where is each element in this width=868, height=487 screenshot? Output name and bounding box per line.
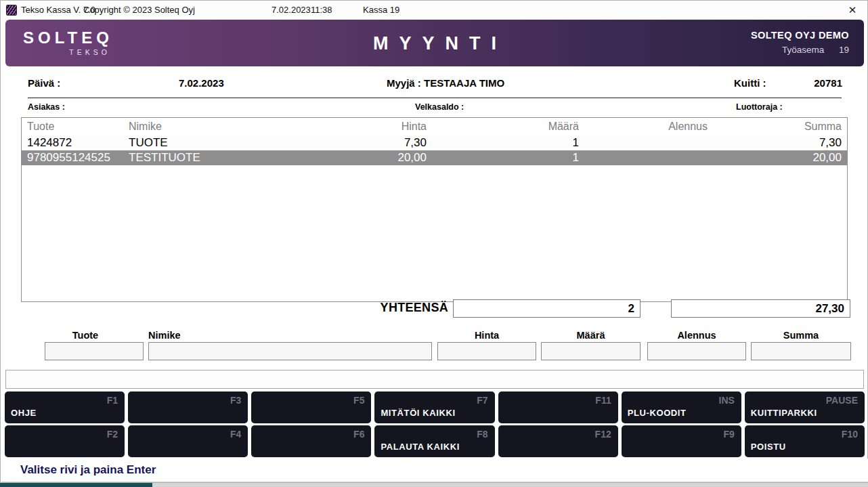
workstation: Työasema 19	[751, 45, 849, 55]
col-header-maara: Määrä	[427, 121, 579, 133]
entry-label-nimike: Nimike	[148, 330, 257, 341]
message-input[interactable]	[5, 370, 864, 389]
function-key-row-1: OHJE F1 F3 F5 MITÄTÖI KAIKKI F7 F11 PLU-…	[5, 391, 865, 423]
background-window-strip	[0, 483, 868, 487]
fkey-shortcut: PAUSE	[826, 395, 858, 406]
total-quantity: 2	[453, 299, 641, 318]
entry-label-summa: Summa	[751, 330, 851, 341]
fkey-label: PLU-KOODIT	[628, 408, 687, 418]
copyright-text: Copyright © 2023 Solteq Oyj	[83, 1, 195, 20]
app-window: Tekso Kassa V. 7.0 Copyright © 2023 Solt…	[0, 0, 868, 483]
fkey-plu-koodit[interactable]: PLU-KOODIT INS	[622, 391, 741, 423]
status-bar: Valitse rivi ja paina Enter	[1, 459, 868, 482]
total-sum: 27,30	[671, 299, 850, 318]
receipt-number: 20781	[814, 77, 842, 89]
fkey-shortcut: F11	[595, 395, 611, 406]
fkey-f3[interactable]: F3	[128, 391, 248, 423]
divider	[28, 98, 842, 98]
status-message: Valitse rivi ja paina Enter	[20, 463, 156, 477]
banner-right: SOLTEQ OYJ DEMO Työasema 19	[751, 30, 849, 55]
table-header: Tuote Nimike Hinta Määrä Alennus Summa	[22, 118, 847, 135]
fkey-shortcut: F3	[230, 395, 241, 406]
cell-nimike: TESTITUOTE	[129, 151, 318, 165]
fkey-poistu[interactable]: POISTU F10	[745, 425, 865, 457]
debt-balance-label: Velkasaldo :	[415, 102, 464, 112]
fkey-f12[interactable]: F12	[498, 425, 618, 457]
col-header-alennus: Alennus	[579, 121, 708, 133]
fkey-shortcut: F5	[353, 395, 364, 406]
screen: Tekso Kassa V. 7.0 Copyright © 2023 Solt…	[0, 0, 868, 487]
fkey-shortcut: F4	[230, 429, 241, 440]
date-value: 7.02.2023	[179, 77, 224, 89]
fkey-label: MITÄTÖI KAIKKI	[381, 408, 455, 418]
tuote-input[interactable]	[45, 342, 144, 360]
fkey-f9[interactable]: F9	[622, 425, 741, 457]
fkey-ohje[interactable]: OHJE F1	[5, 391, 125, 423]
company-name: SOLTEQ OYJ DEMO	[751, 30, 849, 41]
total-label: YHTEENSÄ	[381, 301, 448, 315]
summa-input[interactable]	[751, 342, 851, 360]
fkey-f4[interactable]: F4	[128, 425, 248, 457]
fkey-shortcut: F6	[353, 429, 364, 440]
header-banner: SOLTEQ TEKSO MYYNTI SOLTEQ OYJ DEMO Työa…	[5, 20, 864, 66]
page-title: MYYNTI	[5, 33, 864, 54]
cell-nimike: TUOTE	[129, 136, 318, 150]
cell-maara: 1	[427, 136, 579, 150]
nimike-input[interactable]	[148, 342, 432, 360]
receipt-label: Kuitti :	[734, 77, 766, 89]
fkey-label: OHJE	[11, 408, 37, 418]
fkey-kuittiparkki[interactable]: KUITTIPARKKI PAUSE	[745, 391, 865, 423]
date-label: Päivä :	[28, 77, 60, 89]
fkey-f11[interactable]: F11	[498, 391, 618, 423]
fkey-palauta-kaikki[interactable]: PALAUTA KAIKKI F8	[374, 425, 494, 457]
credit-limit-label: Luottoraja :	[736, 102, 783, 112]
titlebar-date: 7.02.2023	[272, 1, 311, 20]
fkey-shortcut: F8	[477, 429, 487, 440]
sales-table: Tuote Nimike Hinta Määrä Alennus Summa 1…	[21, 117, 848, 302]
fkey-shortcut: F12	[595, 429, 611, 440]
hinta-input[interactable]	[437, 342, 536, 360]
titlebar-register: Kassa 19	[363, 1, 399, 20]
customer-label: Asiakas :	[28, 102, 65, 112]
cell-summa: 20,00	[708, 151, 842, 165]
entry-label-hinta: Hinta	[437, 330, 536, 341]
fkey-label: KUITTIPARKKI	[751, 408, 817, 418]
workstation-number: 19	[839, 45, 849, 55]
fkey-f2[interactable]: F2	[5, 425, 125, 457]
cell-maara: 1	[427, 151, 579, 165]
fkey-shortcut: F7	[477, 395, 487, 406]
seller-label: Myyjä : TESTAAJA TIMO	[387, 77, 504, 89]
col-header-hinta: Hinta	[318, 121, 427, 133]
fkey-shortcut: F10	[842, 429, 858, 440]
fkey-shortcut: F9	[724, 429, 735, 440]
entry-label-alennus: Alennus	[647, 330, 746, 341]
fkey-shortcut: F1	[107, 395, 118, 406]
function-key-row-2: F2 F4 F6 PALAUTA KAIKKI F8 F12 F9	[5, 425, 865, 457]
fkey-shortcut: INS	[719, 395, 735, 406]
cell-hinta: 20,00	[318, 151, 427, 165]
fkey-label: POISTU	[751, 442, 786, 452]
col-header-tuote: Tuote	[27, 121, 129, 133]
col-header-nimike: Nimike	[129, 121, 318, 133]
fkey-mitatoi-kaikki[interactable]: MITÄTÖI KAIKKI F7	[374, 391, 494, 423]
workstation-label: Työasema	[782, 45, 824, 55]
maara-input[interactable]	[541, 342, 641, 360]
entry-label-tuote: Tuote	[31, 330, 139, 341]
cell-tuote: 1424872	[27, 136, 129, 150]
close-icon[interactable]: ✕	[843, 1, 862, 20]
title-bar: Tekso Kassa V. 7.0 Copyright © 2023 Solt…	[1, 1, 867, 20]
app-icon	[6, 5, 17, 16]
cell-tuote: 9780955124525	[27, 151, 129, 165]
table-row[interactable]: 1424872 TUOTE 7,30 1 7,30	[22, 135, 847, 150]
col-header-summa: Summa	[708, 121, 842, 133]
background-window-teal-strip	[0, 483, 152, 487]
cell-summa: 7,30	[708, 136, 842, 150]
alennus-input[interactable]	[647, 342, 746, 360]
titlebar-time: 11:38	[311, 1, 332, 20]
entry-label-maara: Määrä	[541, 330, 641, 341]
fkey-f6[interactable]: F6	[251, 425, 371, 457]
fkey-f5[interactable]: F5	[251, 391, 371, 423]
fkey-label: PALAUTA KAIKKI	[381, 442, 459, 452]
cell-hinta: 7,30	[318, 136, 427, 150]
table-row-selected[interactable]: 9780955124525 TESTITUOTE 20,00 1 20,00	[22, 150, 847, 165]
